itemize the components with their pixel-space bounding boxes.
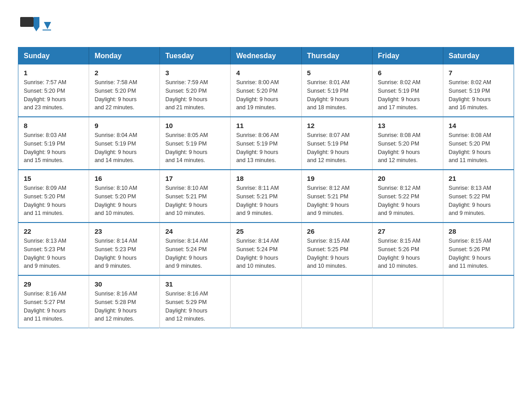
day-info: Sunrise: 8:16 AM Sunset: 5:28 PM Dayligh… (94, 290, 154, 323)
day-info: Sunrise: 8:09 AM Sunset: 5:20 PM Dayligh… (24, 184, 83, 218)
calendar-cell (443, 275, 514, 328)
header-row: SundayMondayTuesdayWednesdayThursdayFrid… (18, 47, 514, 65)
calendar-week: 1 Sunrise: 7:57 AM Sunset: 5:20 PM Dayli… (18, 64, 514, 117)
day-number: 31 (165, 280, 225, 288)
day-number: 7 (449, 69, 508, 77)
calendar-cell: 4 Sunrise: 8:00 AM Sunset: 5:20 PM Dayli… (231, 64, 301, 117)
calendar-cell: 2 Sunrise: 7:58 AM Sunset: 5:20 PM Dayli… (89, 64, 160, 117)
day-number: 9 (94, 122, 154, 129)
calendar-cell: 25 Sunrise: 8:14 AM Sunset: 5:24 PM Dayl… (231, 223, 301, 275)
calendar-cell: 23 Sunrise: 8:14 AM Sunset: 5:23 PM Dayl… (89, 223, 160, 275)
calendar-cell: 3 Sunrise: 7:59 AM Sunset: 5:20 PM Dayli… (160, 64, 231, 117)
day-number: 13 (378, 122, 438, 129)
day-info: Sunrise: 8:12 AM Sunset: 5:21 PM Dayligh… (307, 184, 367, 218)
day-info: Sunrise: 8:15 AM Sunset: 5:25 PM Dayligh… (307, 237, 367, 270)
calendar-week: 22 Sunrise: 8:13 AM Sunset: 5:23 PM Dayl… (18, 223, 514, 275)
calendar-cell: 10 Sunrise: 8:05 AM Sunset: 5:19 PM Dayl… (160, 117, 231, 170)
day-number: 18 (236, 175, 296, 182)
day-info: Sunrise: 8:11 AM Sunset: 5:21 PM Dayligh… (236, 184, 296, 218)
calendar-cell: 9 Sunrise: 8:04 AM Sunset: 5:19 PM Dayli… (89, 117, 160, 170)
calendar-cell: 24 Sunrise: 8:14 AM Sunset: 5:24 PM Dayl… (160, 223, 231, 275)
day-number: 28 (449, 227, 508, 235)
day-info: Sunrise: 8:08 AM Sunset: 5:20 PM Dayligh… (449, 131, 508, 165)
day-info: Sunrise: 8:07 AM Sunset: 5:19 PM Dayligh… (307, 131, 367, 165)
day-number: 20 (378, 175, 438, 182)
day-number: 11 (236, 122, 296, 129)
calendar-cell: 12 Sunrise: 8:07 AM Sunset: 5:19 PM Dayl… (301, 117, 372, 170)
header-day: Sunday (18, 47, 89, 65)
logo-icon (18, 13, 43, 38)
day-number: 3 (165, 69, 225, 77)
day-number: 17 (165, 175, 225, 182)
calendar-cell: 31 Sunrise: 8:16 AM Sunset: 5:29 PM Dayl… (160, 275, 231, 328)
calendar-cell: 30 Sunrise: 8:16 AM Sunset: 5:28 PM Dayl… (89, 275, 160, 328)
day-info: Sunrise: 8:10 AM Sunset: 5:21 PM Dayligh… (165, 184, 225, 218)
day-number: 16 (94, 175, 154, 182)
day-info: Sunrise: 8:02 AM Sunset: 5:19 PM Dayligh… (378, 78, 438, 112)
calendar-cell: 27 Sunrise: 8:15 AM Sunset: 5:26 PM Dayl… (372, 223, 443, 275)
day-info: Sunrise: 7:59 AM Sunset: 5:20 PM Dayligh… (165, 78, 225, 112)
day-info: Sunrise: 8:02 AM Sunset: 5:19 PM Dayligh… (449, 78, 508, 112)
calendar-cell: 14 Sunrise: 8:08 AM Sunset: 5:20 PM Dayl… (443, 117, 514, 170)
day-info: Sunrise: 8:03 AM Sunset: 5:19 PM Dayligh… (24, 131, 83, 165)
calendar-cell: 19 Sunrise: 8:12 AM Sunset: 5:21 PM Dayl… (301, 170, 372, 223)
calendar-cell: 11 Sunrise: 8:06 AM Sunset: 5:19 PM Dayl… (231, 117, 301, 170)
day-number: 19 (307, 175, 367, 182)
day-info: Sunrise: 8:12 AM Sunset: 5:22 PM Dayligh… (378, 184, 438, 218)
logo-underline (43, 30, 51, 30)
day-info: Sunrise: 8:00 AM Sunset: 5:20 PM Dayligh… (236, 78, 296, 112)
header-day: Monday (89, 47, 160, 65)
calendar-cell: 28 Sunrise: 8:15 AM Sunset: 5:26 PM Dayl… (443, 223, 514, 275)
header-day: Friday (372, 47, 443, 65)
day-number: 23 (94, 227, 154, 235)
day-number: 12 (307, 122, 367, 129)
day-number: 14 (449, 122, 508, 129)
day-number: 5 (307, 69, 367, 77)
day-info: Sunrise: 8:04 AM Sunset: 5:19 PM Dayligh… (94, 131, 154, 165)
day-number: 2 (94, 69, 154, 77)
day-number: 21 (449, 175, 508, 182)
header-day: Wednesday (231, 47, 301, 65)
day-number: 15 (24, 175, 83, 182)
calendar-cell: 8 Sunrise: 8:03 AM Sunset: 5:19 PM Dayli… (18, 117, 89, 170)
day-number: 6 (378, 69, 438, 77)
day-number: 25 (236, 227, 296, 235)
calendar-header: SundayMondayTuesdayWednesdayThursdayFrid… (18, 47, 514, 65)
day-info: Sunrise: 7:58 AM Sunset: 5:20 PM Dayligh… (94, 78, 154, 112)
day-number: 30 (94, 280, 154, 288)
logo-triangle-icon (44, 22, 51, 29)
calendar-cell: 20 Sunrise: 8:12 AM Sunset: 5:22 PM Dayl… (372, 170, 443, 223)
day-info: Sunrise: 8:13 AM Sunset: 5:22 PM Dayligh… (449, 184, 508, 218)
day-number: 10 (165, 122, 225, 129)
calendar-cell: 29 Sunrise: 8:16 AM Sunset: 5:27 PM Dayl… (18, 275, 89, 328)
day-info: Sunrise: 8:15 AM Sunset: 5:26 PM Dayligh… (449, 237, 508, 270)
svg-marker-1 (34, 17, 39, 27)
day-info: Sunrise: 8:16 AM Sunset: 5:27 PM Dayligh… (24, 290, 83, 323)
header-day: Thursday (301, 47, 372, 65)
calendar-body: 1 Sunrise: 7:57 AM Sunset: 5:20 PM Dayli… (18, 64, 514, 328)
logo-blue (43, 21, 51, 29)
header-day: Tuesday (160, 47, 231, 65)
calendar-cell: 18 Sunrise: 8:11 AM Sunset: 5:21 PM Dayl… (231, 170, 301, 223)
calendar-week: 29 Sunrise: 8:16 AM Sunset: 5:27 PM Dayl… (18, 275, 514, 328)
calendar-cell (372, 275, 443, 328)
day-info: Sunrise: 8:14 AM Sunset: 5:23 PM Dayligh… (94, 237, 154, 270)
day-number: 4 (236, 69, 296, 77)
header-day: Saturday (443, 47, 514, 65)
svg-marker-3 (44, 22, 51, 29)
day-number: 29 (24, 280, 83, 288)
calendar-cell: 26 Sunrise: 8:15 AM Sunset: 5:25 PM Dayl… (301, 223, 372, 275)
calendar-cell: 17 Sunrise: 8:10 AM Sunset: 5:21 PM Dayl… (160, 170, 231, 223)
calendar-cell: 22 Sunrise: 8:13 AM Sunset: 5:23 PM Dayl… (18, 223, 89, 275)
day-number: 1 (24, 69, 83, 77)
calendar-cell (231, 275, 301, 328)
day-info: Sunrise: 8:06 AM Sunset: 5:19 PM Dayligh… (236, 131, 296, 165)
svg-rect-0 (20, 17, 34, 27)
calendar-week: 15 Sunrise: 8:09 AM Sunset: 5:20 PM Dayl… (18, 170, 514, 223)
day-info: Sunrise: 8:08 AM Sunset: 5:20 PM Dayligh… (378, 131, 438, 165)
calendar-week: 8 Sunrise: 8:03 AM Sunset: 5:19 PM Dayli… (18, 117, 514, 170)
day-number: 22 (24, 227, 83, 235)
day-info: Sunrise: 8:01 AM Sunset: 5:19 PM Dayligh… (307, 78, 367, 112)
day-info: Sunrise: 8:10 AM Sunset: 5:20 PM Dayligh… (94, 184, 154, 218)
day-info: Sunrise: 8:15 AM Sunset: 5:26 PM Dayligh… (378, 237, 438, 270)
